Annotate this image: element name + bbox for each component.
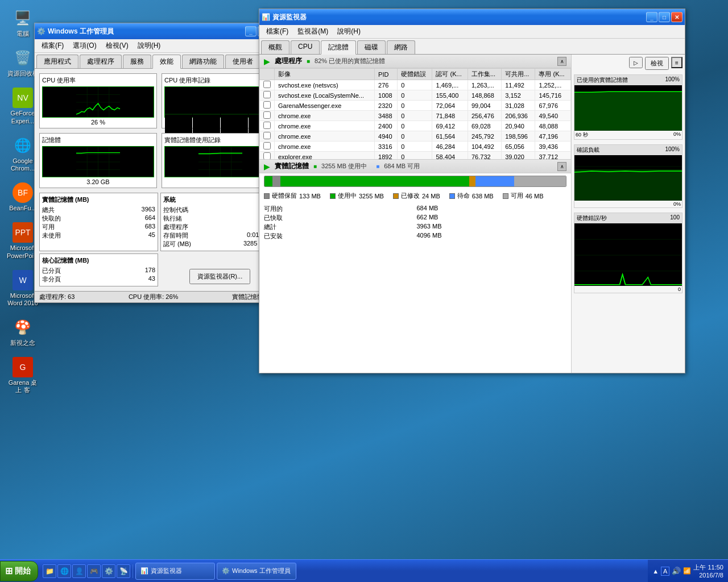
row-working: 148,868 <box>468 90 502 101</box>
table-row[interactable]: chrome.exe 3488 0 71,848 256,476 206,936… <box>260 111 571 121</box>
table-row[interactable]: GarenaMessenger.exe 2320 0 72,064 99,004… <box>260 101 571 111</box>
tray-volume[interactable]: 🔊 <box>672 567 681 575</box>
rm-tab-cpu[interactable]: CPU <box>291 40 320 54</box>
sidebar-grid-btn[interactable]: ≡ <box>671 57 682 68</box>
sidebar-load-graph-area <box>574 155 682 201</box>
memory-stats: 可用的 684 MB 已快取 662 MB 總計 3963 MB 已安裝 409… <box>259 202 571 243</box>
kernel-memory-stats: 核心記憶體 (MB) 已分頁 178 非分頁 43 <box>39 253 158 286</box>
taskbar-folder-icon[interactable]: 📁 <box>43 564 56 578</box>
col-commit[interactable]: 認可 (K... <box>432 69 468 80</box>
row-shareable: 11,492 <box>502 80 535 90</box>
minimize-button[interactable]: _ <box>245 26 257 36</box>
rm-tab-disk[interactable]: 磁碟 <box>357 40 386 54</box>
taskbar-resource-monitor[interactable]: 📊 資源監視器 <box>135 563 215 580</box>
row-checkbox[interactable] <box>260 80 275 90</box>
col-working[interactable]: 工作集... <box>468 69 502 80</box>
row-checkbox[interactable] <box>260 111 275 121</box>
col-image[interactable]: 影像 <box>275 69 375 80</box>
col-hard-faults[interactable]: 硬體錯誤 <box>398 69 432 80</box>
table-row[interactable]: svchost.exe (netsvcs) 276 0 1,469,... 1,… <box>260 80 571 90</box>
sidebar-controls: ▷ 檢視 ≡ <box>574 57 682 70</box>
bar-hw-reserved <box>272 176 280 186</box>
menu-options[interactable]: 選項(O) <box>68 40 101 52</box>
row-checkbox[interactable] <box>260 142 275 152</box>
bar-free <box>514 176 566 186</box>
tab-performance[interactable]: 效能 <box>152 55 181 69</box>
physical-memory-collapse[interactable]: ∧ <box>557 162 566 171</box>
row-commit: 71,848 <box>432 111 468 121</box>
table-row[interactable]: chrome.exe 3316 0 46,284 104,492 65,056 … <box>260 142 571 152</box>
stats-grid: 實體記憶體 (MB) 總共 3963 快取的 664 可用 683 未使用 45 <box>39 193 279 286</box>
row-commit: 58,404 <box>432 152 468 160</box>
taskbar-settings-icon[interactable]: ⚙️ <box>102 564 115 578</box>
rm-menu-help[interactable]: 說明(H) <box>333 26 365 38</box>
taskbar-task-manager[interactable]: ⚙️ Windows 工作管理員 <box>217 563 296 580</box>
physical-memory-section: ▶ 實體記憶體 ■ 3255 MB 使用中 ■ 684 MB 可用 ∧ <box>259 160 571 243</box>
tray-expand[interactable]: ▲ <box>652 568 659 575</box>
physical-free-info: 684 MB 可用 <box>384 162 420 171</box>
stat-available: 可用 683 <box>42 223 155 231</box>
col-shareable[interactable]: 可共用... <box>502 69 535 80</box>
memory-bar-container <box>259 173 571 189</box>
tray-lang[interactable]: A <box>661 567 669 576</box>
row-checkbox[interactable] <box>260 152 275 160</box>
menu-file[interactable]: 檔案(F) <box>37 40 68 52</box>
tab-networking[interactable]: 網路功能 <box>182 55 224 68</box>
stat-total: 總共 3963 <box>42 206 155 214</box>
tray-time: 上午 11:50 2016/7/8 <box>693 563 723 579</box>
table-row[interactable]: chrome.exe 2400 0 69,412 69,028 20,940 4… <box>260 121 571 131</box>
row-shareable: 39,020 <box>502 152 535 160</box>
sidebar-memory-graph-area <box>574 85 682 131</box>
col-pid[interactable]: PID <box>375 69 398 80</box>
stat-cached: 快取的 664 <box>42 214 155 223</box>
tab-services[interactable]: 服務 <box>123 55 151 68</box>
rm-menu-monitor[interactable]: 監視器(M) <box>293 26 333 38</box>
rm-minimize-button[interactable]: _ <box>646 12 657 22</box>
rm-close-button[interactable]: ✕ <box>671 12 682 22</box>
process-table: 影像 PID 硬體錯誤 認可 (K... 工作集... 可共用... 專用 (K… <box>259 68 571 159</box>
rm-main-content: ▶ 處理程序 ■ 82% 已使用的實體記憶體 ∧ <box>259 55 685 373</box>
sidebar-hd-graph-area <box>574 223 682 286</box>
row-checkbox[interactable] <box>260 101 275 111</box>
menu-view[interactable]: 檢視(V) <box>101 40 133 52</box>
taskbar-user-icon[interactable]: 👤 <box>72 564 86 578</box>
sidebar-view-btn[interactable]: 檢視 <box>645 57 669 70</box>
row-image: chrome.exe <box>275 111 375 121</box>
icon-garena[interactable]: G Garena 桌上 客 <box>5 355 41 396</box>
rm-tab-overview[interactable]: 概觀 <box>261 40 289 54</box>
sidebar-memory-graph: 已使用的實體記憶體 100% 60 秒 0 <box>574 74 682 140</box>
rm-maximize-button[interactable]: □ <box>659 12 670 22</box>
col-private[interactable]: 專用 (K... <box>535 69 571 80</box>
row-shareable: 65,056 <box>502 142 535 152</box>
process-section-collapse[interactable]: ∧ <box>557 57 566 66</box>
menu-help[interactable]: 說明(H) <box>133 40 166 52</box>
perf-grid: CPU 使用率 26 % <box>39 73 279 188</box>
taskbar-chrome-icon[interactable]: 🌐 <box>57 564 71 578</box>
sidebar-expand-btn[interactable]: ▷ <box>629 57 643 68</box>
taskbar-buttons: 📊 資源監視器 ⚙️ Windows 工作管理員 <box>135 563 648 580</box>
bar-hardware <box>264 176 272 186</box>
table-row[interactable]: svchost.exe (LocalSystemNe... 1008 0 155… <box>260 90 571 101</box>
icon-novel[interactable]: 🍄 新視之念 <box>5 315 41 349</box>
tab-processes[interactable]: 處理程序 <box>80 55 122 68</box>
row-hardfaults: 0 <box>398 131 432 142</box>
tab-users[interactable]: 使用者 <box>225 55 260 68</box>
taskbar-garena-icon[interactable]: 🎮 <box>87 564 101 578</box>
table-row[interactable]: explorer.exe 1892 0 58,404 76,732 39,020… <box>260 152 571 160</box>
start-button[interactable]: ⊞ 開始 <box>0 561 38 581</box>
task-manager-icon: ⚙️ <box>37 27 46 35</box>
rm-tab-network[interactable]: 網路 <box>387 40 415 54</box>
row-checkbox[interactable] <box>260 121 275 131</box>
rm-menu-file[interactable]: 檔案(F) <box>262 26 293 38</box>
row-hardfaults: 0 <box>398 80 432 90</box>
rm-tab-memory[interactable]: 記憶體 <box>321 40 356 55</box>
row-checkbox[interactable] <box>260 131 275 142</box>
tab-applications[interactable]: 應用程式 <box>36 55 78 68</box>
process-table-scroll[interactable]: 影像 PID 硬體錯誤 認可 (K... 工作集... 可共用... 專用 (K… <box>259 68 571 159</box>
taskbar-app-icon[interactable]: 📡 <box>117 564 130 578</box>
row-working: 104,492 <box>468 142 502 152</box>
row-checkbox[interactable] <box>260 90 275 101</box>
tray-network[interactable]: 📶 <box>683 567 691 575</box>
table-row[interactable]: chrome.exe 4940 0 61,564 245,792 198,596… <box>260 131 571 142</box>
resource-monitor-button[interactable]: 資源監視器(R)... <box>189 269 250 284</box>
